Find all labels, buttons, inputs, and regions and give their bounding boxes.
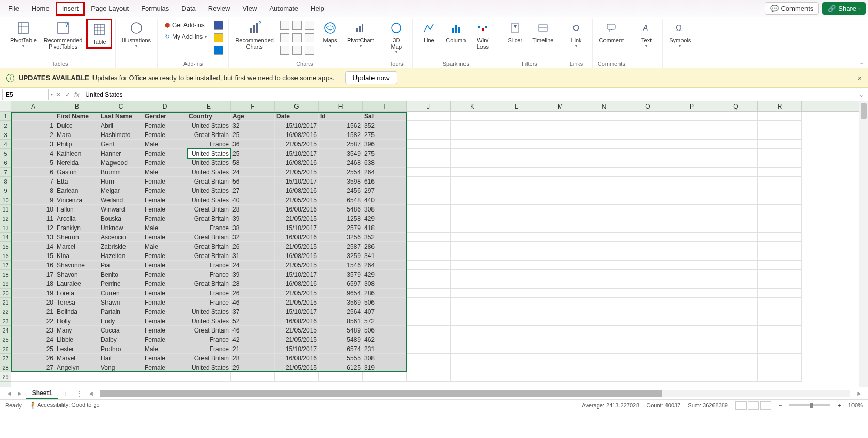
cell[interactable]: 25 <box>231 149 275 158</box>
row-header[interactable]: 12 <box>0 214 11 223</box>
cell[interactable]: 58 <box>231 158 275 168</box>
cell[interactable]: Fallon <box>55 205 99 214</box>
cell[interactable]: First Name <box>55 112 99 121</box>
cell[interactable]: 308 <box>363 205 407 214</box>
cell[interactable]: Magwood <box>99 158 143 168</box>
cell[interactable]: 275 <box>363 130 407 140</box>
cell[interactable]: 21/05/2015 <box>275 335 319 344</box>
vscroll-thumb[interactable] <box>861 103 867 119</box>
cell[interactable] <box>714 140 758 149</box>
cell[interactable] <box>758 140 802 149</box>
cell[interactable]: Marvel <box>55 354 99 363</box>
cell[interactable]: 319 <box>363 363 407 372</box>
cell[interactable]: 407 <box>363 307 407 316</box>
cell[interactable]: France <box>187 335 231 344</box>
cell[interactable] <box>582 121 626 130</box>
cell[interactable]: Kina <box>55 251 99 261</box>
cell[interactable] <box>626 168 670 177</box>
cell[interactable]: Great Britain <box>187 279 231 289</box>
cell[interactable]: Female <box>143 149 187 158</box>
cell[interactable]: 56 <box>231 177 275 186</box>
cell[interactable] <box>714 168 758 177</box>
cell[interactable] <box>582 261 626 270</box>
cell[interactable] <box>538 130 582 140</box>
cell[interactable] <box>319 372 363 382</box>
cell[interactable]: 9654 <box>319 289 363 298</box>
people-icon[interactable] <box>214 46 223 55</box>
cell[interactable] <box>582 149 626 158</box>
pie-chart-icon[interactable] <box>305 21 314 30</box>
row-header[interactable]: 15 <box>0 242 11 251</box>
cell[interactable] <box>758 223 802 233</box>
cell[interactable]: 638 <box>363 158 407 168</box>
cell[interactable]: United States <box>187 363 231 372</box>
cell[interactable] <box>714 242 758 251</box>
cell[interactable]: 2456 <box>319 186 363 195</box>
cell[interactable] <box>714 363 758 372</box>
cell[interactable] <box>451 195 494 205</box>
cell[interactable]: Cuccia <box>99 326 143 335</box>
cell[interactable] <box>670 121 714 130</box>
sparkline-line-button[interactable]: Line <box>416 19 442 46</box>
cell[interactable]: 506 <box>363 298 407 307</box>
row-header[interactable]: 9 <box>0 186 11 195</box>
cell[interactable]: Male <box>143 242 187 251</box>
cell[interactable]: 15/10/2017 <box>275 177 319 186</box>
cell[interactable]: 15/10/2017 <box>275 344 319 354</box>
cell[interactable]: Dulce <box>55 121 99 130</box>
cell[interactable] <box>451 307 494 316</box>
cell[interactable]: Kathleen <box>55 149 99 158</box>
cell[interactable] <box>714 214 758 223</box>
cell[interactable] <box>758 279 802 289</box>
cell[interactable] <box>714 130 758 140</box>
cell[interactable] <box>538 372 582 382</box>
cell[interactable] <box>626 214 670 223</box>
cell[interactable] <box>714 112 758 121</box>
cell[interactable]: 5 <box>11 158 55 168</box>
cell[interactable] <box>451 158 494 168</box>
row-header[interactable]: 25 <box>0 335 11 344</box>
cell[interactable] <box>538 326 582 335</box>
cell[interactable]: Great Britain <box>187 177 231 186</box>
cell[interactable]: 28 <box>231 354 275 363</box>
cell[interactable]: Male <box>143 344 187 354</box>
cell[interactable] <box>582 354 626 363</box>
cell[interactable] <box>407 195 451 205</box>
menu-page-layout[interactable]: Page Layout <box>85 2 135 16</box>
cell[interactable]: 616 <box>363 177 407 186</box>
cell[interactable]: 40 <box>231 195 275 205</box>
cell[interactable]: Dalby <box>99 335 143 344</box>
cell[interactable] <box>494 214 538 223</box>
cell[interactable] <box>451 344 494 354</box>
cell[interactable] <box>670 363 714 372</box>
hscroll-left[interactable]: ◄ <box>86 390 96 397</box>
cell[interactable]: Melgar <box>99 186 143 195</box>
cell[interactable] <box>582 158 626 168</box>
cell[interactable] <box>670 223 714 233</box>
cell[interactable] <box>714 223 758 233</box>
cell[interactable]: 37 <box>231 307 275 316</box>
cell[interactable]: Pia <box>99 261 143 270</box>
cell[interactable] <box>758 354 802 363</box>
cell[interactable] <box>582 130 626 140</box>
cell[interactable]: 15/10/2017 <box>275 121 319 130</box>
cell[interactable]: 3549 <box>319 149 363 158</box>
cell[interactable] <box>451 186 494 195</box>
cell[interactable] <box>451 223 494 233</box>
cell[interactable]: France <box>187 298 231 307</box>
cell[interactable]: 2564 <box>319 307 363 316</box>
row-header[interactable]: 10 <box>0 195 11 205</box>
cell[interactable]: 15/10/2017 <box>275 270 319 279</box>
cell[interactable]: Sherron <box>55 233 99 242</box>
row-header[interactable]: 11 <box>0 205 11 214</box>
row-header[interactable]: 16 <box>0 251 11 261</box>
cell[interactable]: 24 <box>231 168 275 177</box>
cell[interactable] <box>758 186 802 195</box>
stock-chart-icon[interactable] <box>280 46 289 55</box>
cell[interactable] <box>670 289 714 298</box>
cell[interactable]: 1582 <box>319 130 363 140</box>
cell[interactable] <box>494 112 538 121</box>
cell[interactable]: 21/05/2015 <box>275 363 319 372</box>
cell[interactable] <box>714 251 758 261</box>
pivottable-button[interactable]: PivotTable▾ <box>7 19 40 50</box>
